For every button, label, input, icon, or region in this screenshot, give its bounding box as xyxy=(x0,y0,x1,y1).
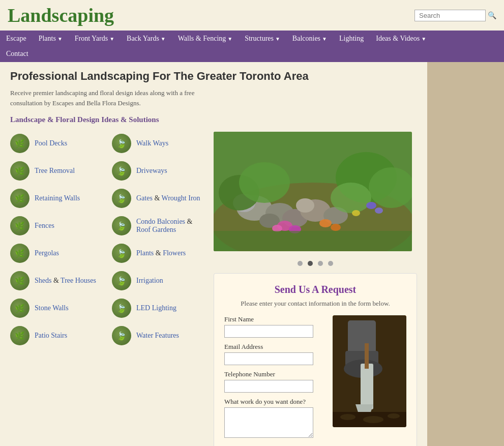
pool-decks-link[interactable]: Pool Decks xyxy=(35,139,67,147)
gates-link[interactable]: Gates xyxy=(136,194,153,202)
nav-item-front-yards[interactable]: Front Yards ▼ xyxy=(69,31,121,47)
sheds-link[interactable]: Sheds xyxy=(35,277,51,284)
leaf-icon-irrigation: 🍃 xyxy=(112,271,131,290)
fences-link[interactable]: Fences xyxy=(35,222,54,230)
work-row: What work do you want done? xyxy=(224,398,328,440)
water-features-link[interactable]: Water Features xyxy=(136,332,179,340)
email-row: Email Address xyxy=(224,343,328,365)
led-lighting-link[interactable]: LED Lighting xyxy=(136,304,176,312)
svg-point-9 xyxy=(296,198,314,213)
header: Landscaping 🔍 xyxy=(0,0,504,31)
leaf-icon-plants-flowers: 🍃 xyxy=(112,244,131,263)
flowers-link[interactable]: Flowers xyxy=(163,249,186,257)
nav-item-contact[interactable]: Contact xyxy=(0,47,35,61)
carousel-dot-2[interactable] xyxy=(308,261,313,266)
retaining-walls-link[interactable]: Retaining Walls xyxy=(35,194,80,202)
leaf-icon-stone-walls: 🌿 xyxy=(10,299,29,318)
nav-item-lighting[interactable]: Lighting xyxy=(333,31,370,47)
svg-point-22 xyxy=(352,210,360,216)
nav-item-structures[interactable]: Structures ▼ xyxy=(239,31,286,47)
svg-rect-30 xyxy=(365,343,369,369)
driveways-link[interactable]: Driveways xyxy=(136,167,167,175)
service-tree-removal: 🌿 Tree Removal xyxy=(10,159,102,183)
svg-point-17 xyxy=(272,225,282,232)
service-driveways: 🍃 Driveways xyxy=(112,159,203,183)
hero-image xyxy=(214,132,412,251)
leaf-icon-retaining-walls: 🌿 xyxy=(10,189,29,208)
ideas-dropdown-arrow: ▼ xyxy=(421,36,426,42)
stone-walls-link[interactable]: Stone Walls xyxy=(35,304,69,312)
svg-point-20 xyxy=(366,202,376,209)
first-name-row: First Name xyxy=(224,315,328,338)
irrigation-link[interactable]: Irrigation xyxy=(136,277,163,285)
condo-balconies-link[interactable]: Condo Balconies xyxy=(136,218,185,225)
plants-dropdown-arrow: ▼ xyxy=(57,36,63,42)
walk-ways-link[interactable]: Walk Ways xyxy=(136,139,168,147)
sheds-text: Sheds & Tree Houses xyxy=(35,277,96,285)
gates-text: Gates & Wrought Iron xyxy=(136,194,200,202)
service-sheds: 🌿 Sheds & Tree Houses xyxy=(10,269,102,292)
nav-item-back-yards[interactable]: Back Yards ▼ xyxy=(121,31,172,47)
svg-point-18 xyxy=(319,219,332,227)
service-condo-balconies: 🍃 Condo Balconies & Roof Gardens xyxy=(112,214,203,237)
page-title: Professional Landscaping For The Greater… xyxy=(10,70,417,83)
svg-point-21 xyxy=(375,207,383,214)
work-textarea[interactable] xyxy=(224,407,313,438)
nav-item-ideas-videos[interactable]: Ideas & Videos ▼ xyxy=(370,31,432,47)
service-walk-ways: 🍃 Walk Ways xyxy=(112,132,203,155)
plants-flowers-text: Plants & Flowers xyxy=(136,249,186,257)
leaf-icon-pool-decks: 🌿 xyxy=(10,134,29,153)
page-description: Receive premier landscaping and floral d… xyxy=(10,88,203,108)
patio-stairs-link[interactable]: Patio Stairs xyxy=(35,332,67,340)
main-nav: Escape Plants ▼ Front Yards ▼ Back Yards… xyxy=(0,31,504,47)
svg-point-11 xyxy=(239,162,290,203)
pergolas-link[interactable]: Pergolas xyxy=(35,249,59,257)
request-title: Send Us A Request xyxy=(224,284,406,295)
search-input[interactable] xyxy=(414,10,486,21)
tree-removal-link[interactable]: Tree Removal xyxy=(35,167,75,175)
svg-point-14 xyxy=(331,183,371,213)
main-content: Professional Landscaping For The Greater… xyxy=(0,62,427,446)
site-title: Landscaping xyxy=(8,4,114,26)
request-description: Please enter your contact information in… xyxy=(224,300,406,308)
leaf-icon-fences: 🌿 xyxy=(10,216,29,235)
first-name-input[interactable] xyxy=(224,325,313,338)
form-fields: First Name Email Address Telephone Numbe… xyxy=(224,315,328,445)
leaf-icon-gates: 🍃 xyxy=(112,189,131,208)
tree-houses-link[interactable]: Tree Houses xyxy=(61,277,96,284)
nav-item-walls-fencing[interactable]: Walls & Fencing ▼ xyxy=(172,31,239,47)
wrought-iron-link[interactable]: Wrought Iron xyxy=(162,194,200,202)
phone-label: Telephone Number xyxy=(224,370,328,378)
svg-point-32 xyxy=(340,414,355,420)
leaf-icon-tree-removal: 🌿 xyxy=(10,161,29,181)
nav-item-balconies[interactable]: Balconies ▼ xyxy=(286,31,333,47)
request-form-section: Send Us A Request Please enter your cont… xyxy=(214,273,417,446)
carousel-dot-1[interactable] xyxy=(298,261,303,266)
search-button[interactable]: 🔍 xyxy=(488,11,496,19)
leaf-icon-pergolas: 🌿 xyxy=(10,244,29,263)
svg-point-33 xyxy=(363,416,383,423)
roof-gardens-link[interactable]: Roof Gardens xyxy=(136,226,176,233)
nav-item-escape[interactable]: Escape xyxy=(0,31,33,47)
email-input[interactable] xyxy=(224,352,313,365)
balconies-dropdown-arrow: ▼ xyxy=(322,36,327,42)
leaf-icon-walk-ways: 🍃 xyxy=(112,134,131,153)
section-title: Landscape & Floral Design Ideas & Soluti… xyxy=(10,115,417,124)
back-yards-dropdown-arrow: ▼ xyxy=(161,36,166,42)
service-water-features: 🍃 Water Features xyxy=(112,324,203,347)
right-section: Send Us A Request Please enter your cont… xyxy=(214,132,417,446)
carousel-dot-3[interactable] xyxy=(318,261,323,266)
carousel-dot-4[interactable] xyxy=(328,261,333,266)
plants-link[interactable]: Plants xyxy=(136,249,154,257)
phone-row: Telephone Number xyxy=(224,370,328,393)
email-label: Email Address xyxy=(224,343,328,351)
leaf-icon-sheds: 🌿 xyxy=(10,271,29,290)
svg-point-34 xyxy=(388,413,400,419)
service-irrigation: 🍃 Irrigation xyxy=(112,269,203,292)
nav-item-plants[interactable]: Plants ▼ xyxy=(33,31,69,47)
form-and-image: First Name Email Address Telephone Numbe… xyxy=(224,315,406,445)
service-patio-stairs: 🌿 Patio Stairs xyxy=(10,324,102,347)
leaf-icon-patio-stairs: 🌿 xyxy=(10,326,29,345)
leaf-icon-condo-balconies: 🍃 xyxy=(112,216,131,235)
phone-input[interactable] xyxy=(224,380,313,393)
